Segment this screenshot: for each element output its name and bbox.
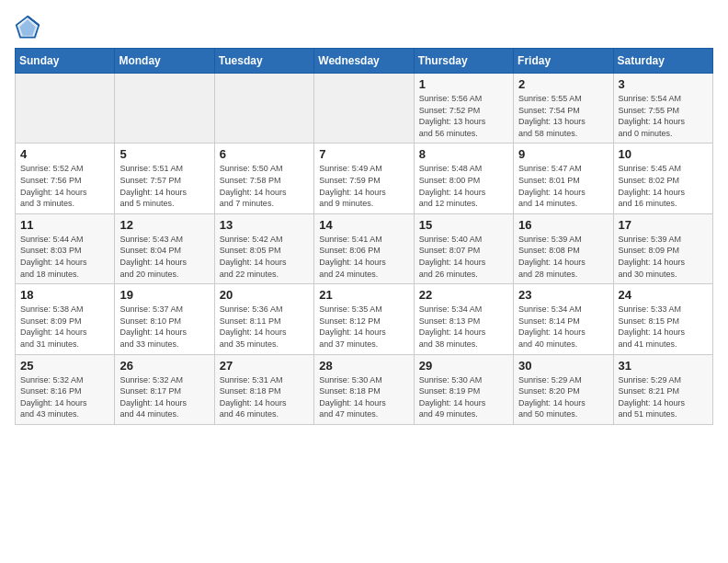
day-info: Sunrise: 5:34 AM Sunset: 8:13 PM Dayligh…: [419, 304, 508, 350]
day-number: 17: [619, 218, 708, 232]
day-header-saturday: Saturday: [613, 49, 712, 74]
day-info: Sunrise: 5:54 AM Sunset: 7:55 PM Dayligh…: [619, 93, 708, 139]
calendar-cell: 1Sunrise: 5:56 AM Sunset: 7:52 PM Daylig…: [414, 74, 513, 144]
day-info: Sunrise: 5:39 AM Sunset: 8:09 PM Dayligh…: [619, 234, 708, 280]
day-info: Sunrise: 5:52 AM Sunset: 7:56 PM Dayligh…: [20, 163, 109, 209]
calendar-cell: 22Sunrise: 5:34 AM Sunset: 8:13 PM Dayli…: [414, 284, 513, 354]
calendar-cell: 13Sunrise: 5:42 AM Sunset: 8:05 PM Dayli…: [214, 213, 313, 283]
calendar-cell: [214, 74, 313, 144]
day-info: Sunrise: 5:44 AM Sunset: 8:03 PM Dayligh…: [20, 234, 109, 280]
day-number: 18: [20, 288, 109, 302]
day-number: 6: [220, 147, 309, 161]
day-number: 7: [319, 147, 408, 161]
calendar-cell: 9Sunrise: 5:47 AM Sunset: 8:01 PM Daylig…: [514, 144, 613, 213]
day-number: 14: [319, 218, 408, 232]
calendar-week-row: 1Sunrise: 5:56 AM Sunset: 7:52 PM Daylig…: [16, 74, 713, 144]
day-info: Sunrise: 5:34 AM Sunset: 8:14 PM Dayligh…: [518, 304, 608, 350]
day-number: 1: [419, 77, 508, 91]
day-info: Sunrise: 5:55 AM Sunset: 7:54 PM Dayligh…: [518, 93, 608, 139]
calendar-cell: [314, 74, 414, 144]
calendar-cell: 20Sunrise: 5:36 AM Sunset: 8:11 PM Dayli…: [214, 284, 313, 354]
day-info: Sunrise: 5:39 AM Sunset: 8:08 PM Dayligh…: [518, 234, 608, 280]
calendar-table: SundayMondayTuesdayWednesdayThursdayFrid…: [15, 48, 713, 425]
day-number: 4: [20, 147, 109, 161]
calendar-cell: [16, 74, 115, 144]
day-number: 21: [319, 288, 408, 302]
calendar-week-row: 18Sunrise: 5:38 AM Sunset: 8:09 PM Dayli…: [16, 284, 713, 354]
day-info: Sunrise: 5:51 AM Sunset: 7:57 PM Dayligh…: [119, 163, 209, 209]
day-number: 9: [518, 147, 608, 161]
day-info: Sunrise: 5:40 AM Sunset: 8:07 PM Dayligh…: [419, 234, 508, 280]
day-number: 3: [619, 77, 708, 91]
calendar-cell: 18Sunrise: 5:38 AM Sunset: 8:09 PM Dayli…: [16, 284, 115, 354]
calendar-cell: 3Sunrise: 5:54 AM Sunset: 7:55 PM Daylig…: [613, 74, 712, 144]
calendar-cell: 8Sunrise: 5:48 AM Sunset: 8:00 PM Daylig…: [414, 144, 513, 213]
day-number: 26: [119, 359, 209, 373]
day-number: 22: [419, 288, 508, 302]
logo: [15, 15, 44, 40]
day-info: Sunrise: 5:29 AM Sunset: 8:21 PM Dayligh…: [619, 374, 708, 420]
calendar-cell: 7Sunrise: 5:49 AM Sunset: 7:59 PM Daylig…: [314, 144, 414, 213]
calendar-cell: 12Sunrise: 5:43 AM Sunset: 8:04 PM Dayli…: [115, 213, 214, 283]
calendar-cell: 31Sunrise: 5:29 AM Sunset: 8:21 PM Dayli…: [613, 354, 712, 424]
calendar-week-row: 11Sunrise: 5:44 AM Sunset: 8:03 PM Dayli…: [16, 213, 713, 283]
day-number: 10: [619, 147, 708, 161]
calendar-cell: 29Sunrise: 5:30 AM Sunset: 8:19 PM Dayli…: [414, 354, 513, 424]
calendar-cell: 10Sunrise: 5:45 AM Sunset: 8:02 PM Dayli…: [613, 144, 712, 213]
day-info: Sunrise: 5:56 AM Sunset: 7:52 PM Dayligh…: [419, 93, 508, 139]
day-number: 16: [518, 218, 608, 232]
calendar-cell: 26Sunrise: 5:32 AM Sunset: 8:17 PM Dayli…: [115, 354, 214, 424]
calendar-cell: 16Sunrise: 5:39 AM Sunset: 8:08 PM Dayli…: [514, 213, 613, 283]
day-info: Sunrise: 5:30 AM Sunset: 8:18 PM Dayligh…: [319, 374, 408, 420]
day-number: 12: [119, 218, 209, 232]
calendar-week-row: 4Sunrise: 5:52 AM Sunset: 7:56 PM Daylig…: [16, 144, 713, 213]
day-number: 20: [220, 288, 309, 302]
calendar-cell: 15Sunrise: 5:40 AM Sunset: 8:07 PM Dayli…: [414, 213, 513, 283]
calendar-header-row: SundayMondayTuesdayWednesdayThursdayFrid…: [16, 49, 713, 74]
day-info: Sunrise: 5:30 AM Sunset: 8:19 PM Dayligh…: [419, 374, 508, 420]
calendar-cell: 21Sunrise: 5:35 AM Sunset: 8:12 PM Dayli…: [314, 284, 414, 354]
day-number: 5: [119, 147, 209, 161]
day-number: 13: [220, 218, 309, 232]
day-header-monday: Monday: [115, 49, 214, 74]
calendar-cell: 28Sunrise: 5:30 AM Sunset: 8:18 PM Dayli…: [314, 354, 414, 424]
day-number: 8: [419, 147, 508, 161]
day-number: 25: [20, 359, 109, 373]
page-header: [15, 15, 713, 40]
calendar-cell: 19Sunrise: 5:37 AM Sunset: 8:10 PM Dayli…: [115, 284, 214, 354]
day-info: Sunrise: 5:35 AM Sunset: 8:12 PM Dayligh…: [319, 304, 408, 350]
day-info: Sunrise: 5:42 AM Sunset: 8:05 PM Dayligh…: [220, 234, 309, 280]
calendar-cell: 23Sunrise: 5:34 AM Sunset: 8:14 PM Dayli…: [514, 284, 613, 354]
day-info: Sunrise: 5:45 AM Sunset: 8:02 PM Dayligh…: [619, 163, 708, 209]
day-info: Sunrise: 5:33 AM Sunset: 8:15 PM Dayligh…: [619, 304, 708, 350]
day-info: Sunrise: 5:36 AM Sunset: 8:11 PM Dayligh…: [220, 304, 309, 350]
calendar-cell: 4Sunrise: 5:52 AM Sunset: 7:56 PM Daylig…: [16, 144, 115, 213]
day-info: Sunrise: 5:50 AM Sunset: 7:58 PM Dayligh…: [220, 163, 309, 209]
day-header-tuesday: Tuesday: [214, 49, 313, 74]
day-number: 28: [319, 359, 408, 373]
calendar-week-row: 25Sunrise: 5:32 AM Sunset: 8:16 PM Dayli…: [16, 354, 713, 424]
logo-icon: [15, 15, 40, 40]
day-number: 24: [619, 288, 708, 302]
day-number: 15: [419, 218, 508, 232]
day-info: Sunrise: 5:31 AM Sunset: 8:18 PM Dayligh…: [220, 374, 309, 420]
day-info: Sunrise: 5:41 AM Sunset: 8:06 PM Dayligh…: [319, 234, 408, 280]
day-info: Sunrise: 5:32 AM Sunset: 8:17 PM Dayligh…: [119, 374, 209, 420]
day-number: 11: [20, 218, 109, 232]
calendar-cell: 14Sunrise: 5:41 AM Sunset: 8:06 PM Dayli…: [314, 213, 414, 283]
day-info: Sunrise: 5:48 AM Sunset: 8:00 PM Dayligh…: [419, 163, 508, 209]
calendar-cell: 5Sunrise: 5:51 AM Sunset: 7:57 PM Daylig…: [115, 144, 214, 213]
day-number: 30: [518, 359, 608, 373]
calendar-cell: 25Sunrise: 5:32 AM Sunset: 8:16 PM Dayli…: [16, 354, 115, 424]
calendar-cell: 6Sunrise: 5:50 AM Sunset: 7:58 PM Daylig…: [214, 144, 313, 213]
day-header-wednesday: Wednesday: [314, 49, 414, 74]
day-header-friday: Friday: [514, 49, 613, 74]
calendar-cell: 30Sunrise: 5:29 AM Sunset: 8:20 PM Dayli…: [514, 354, 613, 424]
calendar-cell: [115, 74, 214, 144]
calendar-cell: 24Sunrise: 5:33 AM Sunset: 8:15 PM Dayli…: [613, 284, 712, 354]
day-header-sunday: Sunday: [16, 49, 115, 74]
day-info: Sunrise: 5:37 AM Sunset: 8:10 PM Dayligh…: [119, 304, 209, 350]
calendar-cell: 2Sunrise: 5:55 AM Sunset: 7:54 PM Daylig…: [514, 74, 613, 144]
day-info: Sunrise: 5:43 AM Sunset: 8:04 PM Dayligh…: [119, 234, 209, 280]
day-info: Sunrise: 5:49 AM Sunset: 7:59 PM Dayligh…: [319, 163, 408, 209]
